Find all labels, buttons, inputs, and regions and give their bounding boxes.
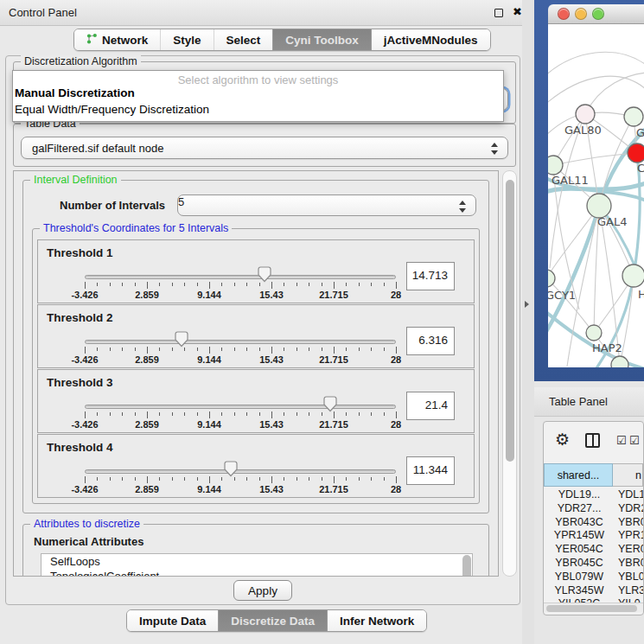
tick-label: 9.144	[197, 354, 221, 365]
settings-scroll-viewport: Interval Definition Number of Intervals …	[13, 170, 499, 577]
settings-scrollbar[interactable]	[502, 170, 517, 577]
table-scrollbar-thumb[interactable]	[546, 605, 637, 612]
cell-name: YDR2	[613, 502, 644, 516]
threshold-slider-handle[interactable]	[258, 266, 271, 283]
threshold-slider-handle[interactable]	[175, 331, 188, 348]
table-row[interactable]: YBR043CYBR0	[545, 516, 644, 530]
close-traffic-light[interactable]	[558, 8, 570, 20]
tick-mark	[296, 348, 297, 351]
number-of-intervals-combobox[interactable]: 5	[177, 194, 476, 216]
table-row[interactable]: YBL079WYBL0	[545, 571, 644, 584]
table-data-combobox[interactable]: galFiltered.sif default node	[21, 137, 508, 159]
slider-track[interactable]	[85, 405, 396, 409]
table-row[interactable]: YER054CYER0	[545, 543, 644, 557]
network-node[interactable]	[586, 325, 602, 341]
tab-impute-data[interactable]: Impute Data	[127, 610, 218, 631]
threshold-slider-handle[interactable]	[224, 461, 238, 477]
threshold-value-field[interactable]: 14.713	[406, 262, 455, 290]
zoom-traffic-light[interactable]	[592, 8, 604, 20]
tab-network[interactable]: Network	[74, 29, 160, 50]
tick-mark	[184, 283, 185, 286]
tick-mark	[197, 412, 198, 416]
tab-select[interactable]: Select	[214, 29, 273, 50]
tick-mark	[396, 282, 397, 289]
network-node[interactable]	[576, 105, 595, 124]
tick-mark	[122, 348, 123, 351]
checkbox-icon[interactable]: ☑	[616, 434, 627, 447]
cell-shared-name: YPR145W	[545, 529, 613, 543]
tab-jactivemnodules[interactable]: jActiveMNodules	[371, 29, 490, 50]
table-row[interactable]: YDR27...YDR2	[545, 502, 644, 516]
tick-mark	[184, 477, 185, 481]
tick-mark	[184, 348, 185, 351]
slider-ticks	[85, 476, 396, 484]
table-row[interactable]: YBR045CYBR0	[545, 557, 644, 571]
network-node[interactable]	[622, 265, 644, 287]
attribute-list-item[interactable]: SelfLoops	[41, 554, 472, 569]
tab-discretize-data[interactable]: Discretize Data	[218, 610, 327, 631]
tick-mark	[371, 348, 372, 351]
splitter-arrow-icon[interactable]	[525, 301, 529, 308]
network-canvas[interactable]: GAL80GCGAL11GAL4GCY1HHAP2	[548, 24, 644, 367]
tick-mark	[85, 411, 86, 418]
slider-tick-labels: -3.4262.8599.14415.4321.71528	[85, 290, 396, 300]
table-row[interactable]: YDL19...YDL1	[545, 488, 644, 502]
minimize-traffic-light[interactable]	[575, 8, 587, 20]
gear-icon[interactable]: ⚙	[555, 430, 570, 450]
tick-mark	[346, 283, 347, 286]
slider-tick-labels: -3.4262.8599.14415.4321.71528	[85, 354, 396, 365]
settings-scrollbar-thumb[interactable]	[506, 180, 514, 462]
tick-label: 9.144	[197, 419, 221, 430]
tick-mark	[184, 412, 185, 416]
list-scrollbar-thumb[interactable]	[462, 555, 471, 577]
tab-infer-network[interactable]: Infer Network	[327, 610, 426, 631]
checkbox-icon[interactable]: ☑	[629, 434, 640, 447]
control-panel-window: Control Panel ✖ NetworkStyleSelectCyni T…	[0, 0, 529, 644]
table-row[interactable]: YPR145WYPR1	[545, 529, 644, 543]
network-node[interactable]	[548, 270, 555, 287]
threshold-value-field[interactable]: 21.4	[406, 392, 455, 420]
threshold-slider-handle[interactable]	[323, 396, 337, 412]
node-label: G	[636, 126, 644, 139]
threshold-value-field[interactable]: 6.316	[406, 327, 455, 355]
network-edge[interactable]	[548, 76, 644, 106]
algorithm-item-1[interactable]: Manual Discretization	[15, 86, 135, 102]
network-node[interactable]	[587, 194, 611, 218]
tab-cyni-toolbox[interactable]: Cyni Toolbox	[272, 29, 371, 50]
network-node[interactable]	[628, 143, 644, 163]
column-header-shared[interactable]: shared...	[544, 463, 613, 487]
split-columns-icon[interactable]	[585, 433, 600, 448]
node-label: C	[637, 162, 644, 175]
tick-mark	[159, 283, 160, 286]
panel-divider[interactable]	[522, 0, 534, 644]
table-header-row: shared... n	[544, 463, 643, 487]
tick-mark	[334, 347, 335, 354]
window-title: Control Panel	[9, 6, 77, 19]
table-row[interactable]: YLR345WYLR3	[545, 584, 644, 598]
table-panel: ⚙ ☑ ☑ shared... n YDL19...YDL1YDR27...YD…	[543, 421, 644, 615]
tick-mark	[359, 477, 360, 481]
table-data-group: Table Data galFiltered.sif default node	[13, 124, 516, 167]
algorithm-item-2[interactable]: Equal Width/Frequency Discretization	[15, 103, 209, 118]
slider-track[interactable]	[85, 469, 396, 474]
tab-style[interactable]: Style	[160, 29, 213, 50]
tick-mark	[85, 347, 86, 354]
tick-mark	[110, 477, 111, 481]
tick-mark	[371, 477, 372, 481]
close-icon[interactable]: ✖	[513, 5, 522, 18]
slider-track[interactable]	[85, 340, 396, 344]
attribute-list-item[interactable]: TopologicalCoefficient	[41, 569, 472, 577]
table-horizontal-scrollbar[interactable]	[544, 603, 643, 612]
threshold-panel-1: Threshold 1-3.4262.8599.14415.4321.71528…	[37, 239, 475, 303]
column-header-name[interactable]: n	[613, 463, 643, 487]
float-window-icon[interactable]	[494, 9, 503, 17]
tick-mark	[271, 476, 272, 483]
tick-mark	[97, 412, 98, 416]
slider-track[interactable]	[85, 275, 396, 279]
threshold-value-field[interactable]: 11.344	[406, 456, 455, 485]
table-rows: YDL19...YDL1YDR27...YDR2YBR043CYBR0YPR14…	[545, 488, 644, 611]
apply-button[interactable]: Apply	[233, 580, 292, 601]
network-node[interactable]	[624, 107, 643, 126]
network-edge[interactable]	[548, 52, 644, 78]
network-node[interactable]	[548, 156, 563, 175]
